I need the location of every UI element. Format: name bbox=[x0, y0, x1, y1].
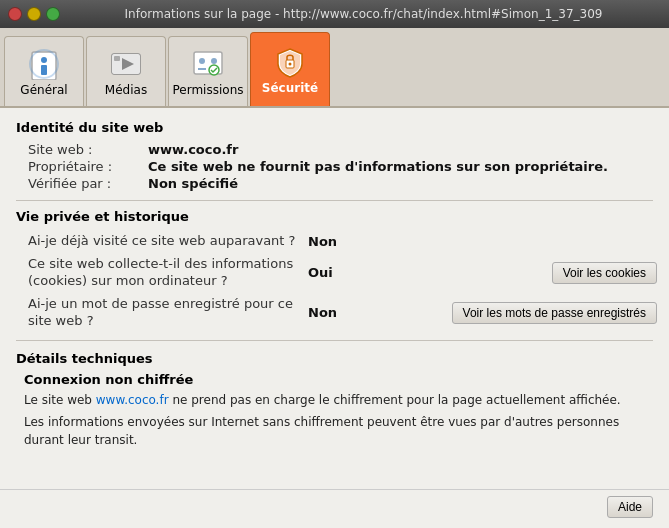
privacy-row-3: Ai-je un mot de passe enregistré pour ce… bbox=[24, 293, 661, 333]
window-title: Informations sur la page - http://www.co… bbox=[66, 7, 661, 21]
svg-rect-2 bbox=[41, 65, 47, 75]
divider-2 bbox=[16, 340, 653, 341]
privacy-btn1-cell bbox=[354, 230, 661, 253]
privacy-row-1: Ai-je déjà visité ce site web auparavant… bbox=[24, 230, 661, 253]
minimize-button[interactable] bbox=[27, 7, 41, 21]
technical-section-title: Détails techniques bbox=[16, 351, 653, 366]
identity-table: Site web : www.coco.fr Propriétaire : Ce… bbox=[24, 141, 661, 192]
privacy-btn3-cell: Voir les mots de passe enregistrés bbox=[354, 293, 661, 333]
tab-security[interactable]: Sécurité bbox=[250, 32, 330, 106]
svg-point-15 bbox=[289, 62, 292, 65]
privacy-a2: Oui bbox=[304, 253, 354, 293]
help-button[interactable]: Aide bbox=[607, 496, 653, 518]
titlebar: Informations sur la page - http://www.co… bbox=[0, 0, 669, 28]
privacy-q2: Ce site web collecte-t-il des informatio… bbox=[24, 253, 304, 293]
security-icon bbox=[274, 46, 306, 78]
media-icon bbox=[110, 48, 142, 80]
site-row: Site web : www.coco.fr bbox=[24, 141, 661, 158]
identity-section-title: Identité du site web bbox=[16, 120, 653, 135]
privacy-btn2-cell: Voir les cookies bbox=[354, 253, 661, 293]
verified-value: Non spécifié bbox=[144, 175, 661, 192]
privacy-section-title: Vie privée et historique bbox=[16, 209, 653, 224]
technical-section: Détails techniques Connexion non chiffré… bbox=[16, 351, 653, 449]
technical-text1: Le site web www.coco.fr ne prend pas en … bbox=[24, 391, 653, 409]
technical-subtitle: Connexion non chiffrée bbox=[24, 372, 653, 387]
technical-subsection: Connexion non chiffrée Le site web www.c… bbox=[24, 372, 653, 449]
tab-general[interactable]: Général bbox=[4, 36, 84, 106]
tab-security-label: Sécurité bbox=[262, 82, 318, 95]
svg-point-9 bbox=[199, 58, 205, 64]
footer: Aide bbox=[0, 489, 669, 528]
window-controls[interactable] bbox=[8, 7, 60, 21]
privacy-q1: Ai-je déjà visité ce site web auparavant… bbox=[24, 230, 304, 253]
owner-value: Ce site web ne fournit pas d'information… bbox=[144, 158, 661, 175]
view-cookies-button[interactable]: Voir les cookies bbox=[552, 262, 657, 284]
privacy-table: Ai-je déjà visité ce site web auparavant… bbox=[24, 230, 661, 332]
verified-label: Vérifiée par : bbox=[24, 175, 144, 192]
info-icon bbox=[28, 48, 60, 80]
close-button[interactable] bbox=[8, 7, 22, 21]
site-label: Site web : bbox=[24, 141, 144, 158]
svg-point-10 bbox=[211, 58, 217, 64]
tabbar: Général Médias Permission bbox=[0, 28, 669, 108]
owner-label: Propriétaire : bbox=[24, 158, 144, 175]
tab-permissions[interactable]: Permissions bbox=[168, 36, 248, 106]
tab-permissions-label: Permissions bbox=[173, 84, 244, 97]
main-content: Identité du site web Site web : www.coco… bbox=[0, 108, 669, 489]
tab-general-label: Général bbox=[20, 84, 67, 97]
svg-point-1 bbox=[41, 57, 47, 63]
tab-media[interactable]: Médias bbox=[86, 36, 166, 106]
tab-media-label: Médias bbox=[105, 84, 147, 97]
site-value: www.coco.fr bbox=[144, 141, 661, 158]
privacy-row-2: Ce site web collecte-t-il des informatio… bbox=[24, 253, 661, 293]
technical-text2: Les informations envoyées sur Internet s… bbox=[24, 413, 653, 449]
svg-rect-7 bbox=[114, 56, 120, 61]
privacy-a3: Non bbox=[304, 293, 354, 333]
coco-link-1[interactable]: www.coco.fr bbox=[96, 393, 169, 407]
maximize-button[interactable] bbox=[46, 7, 60, 21]
owner-row: Propriétaire : Ce site web ne fournit pa… bbox=[24, 158, 661, 175]
privacy-q3: Ai-je un mot de passe enregistré pour ce… bbox=[24, 293, 304, 333]
verified-row: Vérifiée par : Non spécifié bbox=[24, 175, 661, 192]
view-passwords-button[interactable]: Voir les mots de passe enregistrés bbox=[452, 302, 657, 324]
permissions-icon bbox=[192, 48, 224, 80]
privacy-a1: Non bbox=[304, 230, 354, 253]
divider-1 bbox=[16, 200, 653, 201]
